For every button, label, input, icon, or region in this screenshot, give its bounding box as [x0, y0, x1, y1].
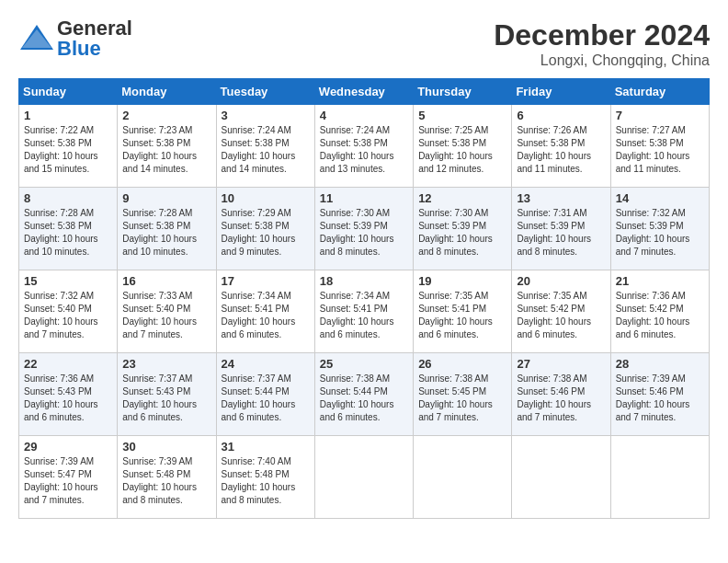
day-number: 27 [517, 357, 605, 371]
calendar-cell: 22 Sunrise: 7:36 AM Sunset: 5:43 PM Dayl… [19, 353, 118, 436]
page-header: General Blue December 2024 Longxi, Chong… [18, 18, 710, 69]
calendar-cell: 3 Sunrise: 7:24 AM Sunset: 5:38 PM Dayli… [216, 105, 314, 188]
day-info: Sunrise: 7:25 AM Sunset: 5:38 PM Dayligh… [418, 124, 506, 176]
day-info: Sunrise: 7:22 AM Sunset: 5:38 PM Dayligh… [24, 124, 112, 176]
day-info: Sunrise: 7:23 AM Sunset: 5:38 PM Dayligh… [122, 124, 210, 176]
calendar-cell: 28 Sunrise: 7:39 AM Sunset: 5:46 PM Dayl… [610, 353, 709, 436]
day-number: 8 [24, 191, 112, 205]
day-number: 17 [222, 274, 310, 288]
day-info: Sunrise: 7:40 AM Sunset: 5:48 PM Dayligh… [222, 455, 310, 507]
col-header-saturday: Saturday [610, 79, 709, 105]
location: Longxi, Chongqing, China [494, 52, 710, 69]
calendar-cell: 31 Sunrise: 7:40 AM Sunset: 5:48 PM Dayl… [216, 436, 314, 519]
calendar-header-row: SundayMondayTuesdayWednesdayThursdayFrid… [19, 79, 710, 105]
day-info: Sunrise: 7:30 AM Sunset: 5:39 PM Dayligh… [418, 207, 506, 259]
svg-marker-1 [22, 29, 51, 48]
day-number: 28 [616, 357, 704, 371]
calendar-week-2: 8 Sunrise: 7:28 AM Sunset: 5:38 PM Dayli… [19, 188, 710, 270]
day-info: Sunrise: 7:31 AM Sunset: 5:39 PM Dayligh… [517, 207, 605, 259]
col-header-tuesday: Tuesday [216, 79, 314, 105]
col-header-monday: Monday [118, 79, 216, 105]
col-header-friday: Friday [512, 79, 610, 105]
title-block: December 2024 Longxi, Chongqing, China [494, 18, 710, 69]
calendar-cell: 21 Sunrise: 7:36 AM Sunset: 5:42 PM Dayl… [610, 270, 709, 353]
calendar-cell: 18 Sunrise: 7:34 AM Sunset: 5:41 PM Dayl… [314, 270, 413, 353]
day-info: Sunrise: 7:32 AM Sunset: 5:40 PM Dayligh… [24, 290, 112, 341]
day-number: 9 [122, 191, 210, 205]
day-info: Sunrise: 7:30 AM Sunset: 5:39 PM Dayligh… [320, 207, 408, 259]
calendar-cell: 24 Sunrise: 7:37 AM Sunset: 5:44 PM Dayl… [216, 353, 314, 436]
calendar-cell [512, 436, 610, 519]
calendar-cell: 29 Sunrise: 7:39 AM Sunset: 5:47 PM Dayl… [19, 436, 118, 519]
day-info: Sunrise: 7:35 AM Sunset: 5:42 PM Dayligh… [517, 290, 605, 341]
day-info: Sunrise: 7:27 AM Sunset: 5:38 PM Dayligh… [616, 124, 704, 176]
calendar-cell: 30 Sunrise: 7:39 AM Sunset: 5:48 PM Dayl… [118, 436, 216, 519]
day-number: 21 [616, 274, 704, 288]
calendar-cell: 27 Sunrise: 7:38 AM Sunset: 5:46 PM Dayl… [512, 353, 610, 436]
calendar-week-5: 29 Sunrise: 7:39 AM Sunset: 5:47 PM Dayl… [19, 436, 710, 519]
day-info: Sunrise: 7:37 AM Sunset: 5:44 PM Dayligh… [222, 373, 310, 424]
calendar-cell [414, 436, 512, 519]
day-number: 26 [418, 357, 506, 371]
calendar-cell: 17 Sunrise: 7:34 AM Sunset: 5:41 PM Dayl… [216, 270, 314, 353]
day-number: 13 [517, 191, 605, 205]
day-info: Sunrise: 7:28 AM Sunset: 5:38 PM Dayligh… [122, 207, 210, 259]
calendar-cell: 7 Sunrise: 7:27 AM Sunset: 5:38 PM Dayli… [610, 105, 709, 188]
day-info: Sunrise: 7:38 AM Sunset: 5:45 PM Dayligh… [418, 373, 506, 424]
day-number: 25 [320, 357, 408, 371]
day-info: Sunrise: 7:37 AM Sunset: 5:43 PM Dayligh… [122, 373, 210, 424]
day-info: Sunrise: 7:32 AM Sunset: 5:39 PM Dayligh… [616, 207, 704, 259]
day-info: Sunrise: 7:29 AM Sunset: 5:38 PM Dayligh… [222, 207, 310, 259]
day-number: 24 [222, 357, 310, 371]
calendar-cell: 15 Sunrise: 7:32 AM Sunset: 5:40 PM Dayl… [19, 270, 118, 353]
day-number: 16 [122, 274, 210, 288]
day-info: Sunrise: 7:38 AM Sunset: 5:44 PM Dayligh… [320, 373, 408, 424]
day-info: Sunrise: 7:28 AM Sunset: 5:38 PM Dayligh… [24, 207, 112, 259]
day-info: Sunrise: 7:34 AM Sunset: 5:41 PM Dayligh… [222, 290, 310, 341]
calendar-cell: 5 Sunrise: 7:25 AM Sunset: 5:38 PM Dayli… [414, 105, 512, 188]
day-info: Sunrise: 7:36 AM Sunset: 5:43 PM Dayligh… [24, 373, 112, 424]
col-header-thursday: Thursday [414, 79, 512, 105]
calendar-cell: 19 Sunrise: 7:35 AM Sunset: 5:41 PM Dayl… [414, 270, 512, 353]
calendar-cell: 4 Sunrise: 7:24 AM Sunset: 5:38 PM Dayli… [314, 105, 413, 188]
day-number: 20 [517, 274, 605, 288]
calendar-cell [314, 436, 413, 519]
logo-name: General Blue [57, 18, 132, 59]
calendar-cell: 11 Sunrise: 7:30 AM Sunset: 5:39 PM Dayl… [314, 188, 413, 270]
calendar-cell: 9 Sunrise: 7:28 AM Sunset: 5:38 PM Dayli… [118, 188, 216, 270]
day-number: 29 [24, 440, 112, 454]
calendar-cell: 23 Sunrise: 7:37 AM Sunset: 5:43 PM Dayl… [118, 353, 216, 436]
day-number: 18 [320, 274, 408, 288]
day-info: Sunrise: 7:26 AM Sunset: 5:38 PM Dayligh… [517, 124, 605, 176]
calendar-cell: 20 Sunrise: 7:35 AM Sunset: 5:42 PM Dayl… [512, 270, 610, 353]
calendar-week-3: 15 Sunrise: 7:32 AM Sunset: 5:40 PM Dayl… [19, 270, 710, 353]
day-number: 4 [320, 109, 408, 122]
day-number: 7 [616, 109, 704, 122]
day-info: Sunrise: 7:36 AM Sunset: 5:42 PM Dayligh… [616, 290, 704, 341]
calendar-cell: 8 Sunrise: 7:28 AM Sunset: 5:38 PM Dayli… [19, 188, 118, 270]
day-number: 1 [24, 109, 112, 122]
calendar-cell: 2 Sunrise: 7:23 AM Sunset: 5:38 PM Dayli… [118, 105, 216, 188]
calendar-cell: 25 Sunrise: 7:38 AM Sunset: 5:44 PM Dayl… [314, 353, 413, 436]
col-header-wednesday: Wednesday [314, 79, 413, 105]
day-number: 15 [24, 274, 112, 288]
logo: General Blue [18, 18, 132, 59]
day-info: Sunrise: 7:34 AM Sunset: 5:41 PM Dayligh… [320, 290, 408, 341]
day-number: 2 [122, 109, 210, 122]
day-number: 22 [24, 357, 112, 371]
day-number: 11 [320, 191, 408, 205]
calendar-cell: 26 Sunrise: 7:38 AM Sunset: 5:45 PM Dayl… [414, 353, 512, 436]
day-number: 19 [418, 274, 506, 288]
month-title: December 2024 [494, 18, 710, 52]
calendar-week-1: 1 Sunrise: 7:22 AM Sunset: 5:38 PM Dayli… [19, 105, 710, 188]
calendar-cell: 13 Sunrise: 7:31 AM Sunset: 5:39 PM Dayl… [512, 188, 610, 270]
day-info: Sunrise: 7:35 AM Sunset: 5:41 PM Dayligh… [418, 290, 506, 341]
day-number: 23 [122, 357, 210, 371]
day-info: Sunrise: 7:24 AM Sunset: 5:38 PM Dayligh… [320, 124, 408, 176]
calendar-cell: 1 Sunrise: 7:22 AM Sunset: 5:38 PM Dayli… [19, 105, 118, 188]
day-info: Sunrise: 7:39 AM Sunset: 5:47 PM Dayligh… [24, 455, 112, 507]
day-info: Sunrise: 7:39 AM Sunset: 5:46 PM Dayligh… [616, 373, 704, 424]
calendar-week-4: 22 Sunrise: 7:36 AM Sunset: 5:43 PM Dayl… [19, 353, 710, 436]
day-info: Sunrise: 7:24 AM Sunset: 5:38 PM Dayligh… [222, 124, 310, 176]
day-number: 31 [222, 440, 310, 454]
